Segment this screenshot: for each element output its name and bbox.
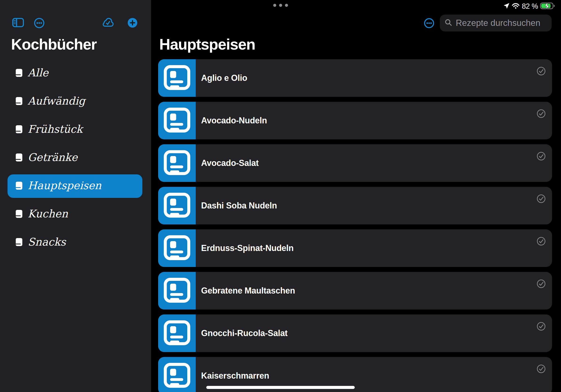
recipe-row-erdnuss-spinat-nudeln[interactable]: Erdnuss-Spinat-Nudeln (158, 229, 552, 267)
recipe-card-icon (163, 320, 191, 346)
recipe-check-button[interactable] (537, 322, 546, 331)
recipe-check-button[interactable] (537, 152, 546, 161)
sidebar-item-kuchen[interactable]: Kuchen (8, 203, 142, 226)
recipe-title: Dashi Soba Nudeln (201, 201, 277, 211)
battery-percent: 82 % (522, 2, 538, 11)
checkmark-circle-icon (537, 243, 546, 246)
add-cookbook-button[interactable] (128, 18, 137, 28)
recipe-card-icon (163, 235, 191, 261)
book-icon (16, 238, 22, 247)
sidebar-item-label: Aufwändig (28, 96, 85, 108)
checkmark-circle-icon (537, 285, 546, 289)
recipe-card-icon (163, 278, 191, 304)
cloud-check-icon (102, 25, 115, 28)
sidebar-item-label: Kuchen (28, 208, 68, 220)
checkmark-circle-icon (537, 328, 546, 331)
sidebar-item-hauptspeisen[interactable]: Hauptspeisen (8, 174, 142, 198)
sidebar: Kochbücher Alle Aufwändig Frühstück Get (0, 0, 151, 392)
recipe-title: Kaiserschmarren (201, 371, 269, 381)
sidebar-item-aufwändig[interactable]: Aufwändig (8, 90, 142, 113)
recipe-row-avocado-nudeln[interactable]: Avocado-Nudeln (158, 102, 552, 139)
recipe-title: Erdnuss-Spinat-Nudeln (201, 243, 294, 253)
wifi-icon (512, 3, 520, 10)
ellipsis-circle-icon (424, 25, 434, 29)
status-bar: 82 % (503, 2, 555, 11)
sidebar-title: Kochbücher (11, 37, 97, 52)
checkmark-circle-icon (537, 115, 546, 119)
sidebar-item-alle[interactable]: Alle (8, 62, 142, 85)
book-icon (16, 97, 22, 106)
recipe-check-button[interactable] (537, 109, 546, 118)
location-icon (503, 3, 509, 10)
recipe-title: Avocado-Nudeln (201, 116, 267, 126)
recipe-card-icon (163, 65, 191, 91)
ellipsis-circle-icon (34, 25, 44, 29)
recipe-title: Gebratene Maultaschen (201, 286, 295, 296)
recipe-card-icon (163, 150, 191, 176)
recipe-card-icon (163, 107, 191, 134)
sidebar-list: Alle Aufwändig Frühstück Getränke Haupts (8, 62, 142, 259)
recipe-row-avocado-salat[interactable]: Avocado-Salat (158, 144, 552, 182)
recipe-thumbnail (158, 59, 196, 97)
recipe-list: Aglio e Olio Avocado-Nudeln (158, 59, 552, 392)
recipe-card-icon (163, 193, 191, 219)
sidebar-toggle-icon (12, 24, 24, 28)
recipe-row-gebratene-maultaschen[interactable]: Gebratene Maultaschen (158, 272, 552, 309)
checkmark-circle-icon (537, 158, 546, 161)
home-indicator[interactable] (206, 386, 355, 389)
recipe-check-button[interactable] (537, 237, 546, 246)
recipes-more-button[interactable] (424, 18, 434, 28)
recipe-thumbnail (158, 272, 196, 309)
recipe-row-aglio-e-olio[interactable]: Aglio e Olio (158, 59, 552, 97)
search-input[interactable] (456, 18, 547, 28)
book-icon (16, 125, 22, 134)
recipe-thumbnail (158, 315, 196, 352)
search-field (440, 15, 552, 32)
sidebar-item-label: Frühstück (28, 124, 82, 136)
book-icon (16, 69, 22, 78)
toggle-sidebar-button[interactable] (12, 18, 24, 28)
recipe-thumbnail (158, 357, 196, 392)
recipe-check-button[interactable] (537, 279, 546, 288)
recipe-check-button[interactable] (537, 364, 546, 373)
recipe-row-dashi-soba-nudeln[interactable]: Dashi Soba Nudeln (158, 187, 552, 224)
recipe-title: Aglio e Olio (201, 73, 247, 83)
recipe-card-icon (163, 363, 191, 389)
sidebar-item-snacks[interactable]: Snacks (8, 231, 142, 254)
checkmark-circle-icon (537, 370, 546, 374)
page-title: Hauptspeisen (159, 37, 255, 52)
recipe-row-gnocchi-rucola-salat[interactable]: Gnocchi-Rucola-Salat (158, 315, 552, 352)
recipe-title: Gnocchi-Rucola-Salat (201, 328, 288, 338)
multitask-handle[interactable] (273, 4, 288, 7)
recipe-thumbnail (158, 102, 196, 139)
sidebar-item-getränke[interactable]: Getränke (8, 146, 142, 170)
sidebar-item-label: Getränke (28, 152, 77, 164)
book-icon (16, 210, 22, 219)
battery-charging-icon (540, 2, 555, 10)
sidebar-item-label: Alle (28, 67, 48, 79)
sidebar-item-label: Hauptspeisen (28, 180, 101, 192)
sidebar-item-frühstück[interactable]: Frühstück (8, 118, 142, 142)
recipe-thumbnail (158, 144, 196, 182)
recipe-check-button[interactable] (537, 194, 546, 203)
checkmark-circle-icon (537, 73, 546, 76)
book-icon (16, 153, 22, 162)
book-icon (16, 182, 22, 191)
plus-circle-icon (128, 25, 137, 28)
checkmark-circle-icon (537, 200, 546, 204)
sidebar-item-label: Snacks (28, 237, 66, 249)
recipe-thumbnail (158, 187, 196, 224)
recipe-title: Avocado-Salat (201, 158, 259, 168)
icloud-sync-button[interactable] (102, 18, 115, 28)
search-icon (445, 19, 452, 27)
recipe-thumbnail (158, 229, 196, 267)
sidebar-more-button[interactable] (34, 18, 44, 29)
recipe-check-button[interactable] (537, 67, 546, 76)
